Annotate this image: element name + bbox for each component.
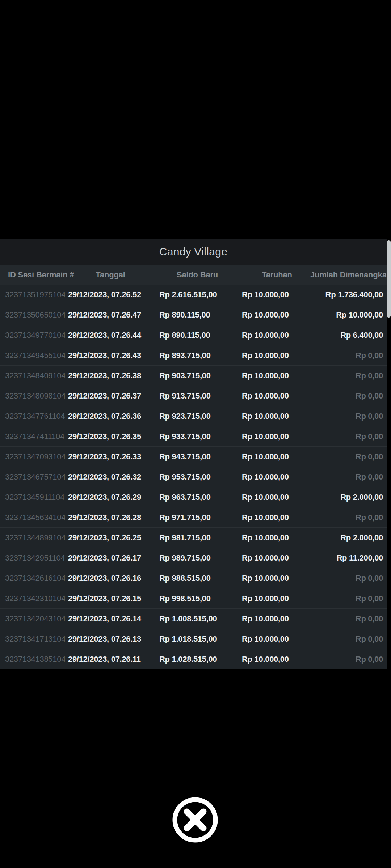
cell-new-balance: Rp 923.715,00 (156, 412, 239, 421)
cell-new-balance: Rp 971.715,00 (156, 513, 239, 522)
table-row: 32371344899104 29/12/2023, 07.26.25 Rp 9… (0, 527, 387, 548)
table-row: 32371342951104 29/12/2023, 07.26.17 Rp 9… (0, 548, 387, 568)
close-icon (170, 795, 220, 845)
cell-amount-won: Rp 0,00 (356, 432, 387, 441)
cell-session-id: 32371346757104 (0, 472, 65, 482)
cell-bet: Rp 10.000,00 (239, 472, 315, 482)
cell-bet: Rp 10.000,00 (239, 412, 315, 421)
table-row: 32371341713104 29/12/2023, 07.26.13 Rp 1… (0, 629, 387, 649)
table-row: 32371349455104 29/12/2023, 07.26.43 Rp 8… (0, 345, 387, 365)
cell-new-balance: Rp 989.715,00 (156, 553, 239, 563)
cell-session-id: 32371351975104 (0, 290, 65, 299)
cell-session-id: 32371345634104 (0, 513, 65, 522)
column-header-session-id: ID Sesi Bermain # (0, 270, 74, 280)
cell-new-balance: Rp 933.715,00 (156, 432, 239, 441)
cell-bet: Rp 10.000,00 (239, 371, 315, 380)
column-header-bet: Taruhan (262, 270, 292, 280)
table-row: 32371341385104 29/12/2023, 07.26.11 Rp 1… (0, 649, 387, 669)
cell-date: 29/12/2023, 07.26.16 (65, 574, 156, 583)
phone-screen: Candy Village ID Sesi Bermain # Tanggal … (0, 0, 391, 868)
cell-amount-won: Rp 0,00 (356, 371, 387, 380)
column-header-amount-won: Jumlah Dimenangkan (310, 270, 391, 280)
cell-date: 29/12/2023, 07.26.37 (65, 391, 156, 401)
table-row: 32371342043104 29/12/2023, 07.26.14 Rp 1… (0, 608, 387, 629)
cell-bet: Rp 10.000,00 (239, 493, 315, 502)
cell-bet: Rp 10.000,00 (239, 331, 315, 340)
cell-new-balance: Rp 943.715,00 (156, 452, 239, 461)
cell-amount-won: Rp 6.400,00 (340, 331, 387, 340)
cell-session-id: 32371350650104 (0, 310, 65, 320)
table-row: 32371342310104 29/12/2023, 07.26.15 Rp 9… (0, 588, 387, 608)
cell-new-balance: Rp 1.018.515,00 (156, 634, 239, 644)
table-row: 32371349770104 29/12/2023, 07.26.44 Rp 8… (0, 325, 387, 345)
cell-new-balance: Rp 998.515,00 (156, 594, 239, 603)
cell-date: 29/12/2023, 07.26.11 (65, 655, 156, 664)
cell-bet: Rp 10.000,00 (239, 634, 315, 644)
table-row: 32371346757104 29/12/2023, 07.26.32 Rp 9… (0, 467, 387, 487)
cell-bet: Rp 10.000,00 (239, 553, 315, 563)
cell-amount-won: Rp 0,00 (356, 391, 387, 401)
scrollbar-thumb[interactable] (387, 240, 391, 318)
cell-new-balance: Rp 988.515,00 (156, 574, 239, 583)
modal-title: Candy Village (159, 246, 227, 258)
cell-amount-won: Rp 0,00 (356, 412, 387, 421)
cell-session-id: 32371341713104 (0, 634, 65, 644)
cell-session-id: 32371349455104 (0, 351, 65, 360)
close-button[interactable] (170, 795, 220, 845)
cell-bet: Rp 10.000,00 (239, 533, 315, 542)
cell-new-balance: Rp 903.715,00 (156, 371, 239, 380)
table-header-row: ID Sesi Bermain # Tanggal Saldo Baru Tar… (0, 265, 387, 285)
cell-date: 29/12/2023, 07.26.38 (65, 371, 156, 380)
cell-bet: Rp 10.000,00 (239, 391, 315, 401)
cell-session-id: 32371347411104 (0, 432, 65, 441)
cell-new-balance: Rp 2.616.515,00 (156, 290, 239, 299)
table-row: 32371345911104 29/12/2023, 07.26.29 Rp 9… (0, 487, 387, 507)
table-row: 32371347411104 29/12/2023, 07.26.35 Rp 9… (0, 426, 387, 446)
cell-session-id: 32371341385104 (0, 655, 65, 664)
modal-title-bar: Candy Village (0, 239, 387, 265)
table-row: 32371350650104 29/12/2023, 07.26.47 Rp 8… (0, 305, 387, 325)
column-header-date: Tanggal (96, 270, 125, 280)
cell-bet: Rp 10.000,00 (239, 655, 315, 664)
cell-amount-won: Rp 0,00 (356, 452, 387, 461)
cell-date: 29/12/2023, 07.26.13 (65, 634, 156, 644)
cell-bet: Rp 10.000,00 (239, 614, 315, 624)
cell-session-id: 32371348098104 (0, 391, 65, 401)
cell-session-id: 32371347093104 (0, 452, 65, 461)
cell-date: 29/12/2023, 07.26.25 (65, 533, 156, 542)
cell-new-balance: Rp 913.715,00 (156, 391, 239, 401)
cell-bet: Rp 10.000,00 (239, 594, 315, 603)
cell-amount-won: Rp 0,00 (356, 634, 387, 644)
table-body-scroll-area[interactable]: 32371351975104 29/12/2023, 07.26.52 Rp 2… (0, 285, 387, 669)
cell-date: 29/12/2023, 07.26.44 (65, 331, 156, 340)
table-row: 32371345634104 29/12/2023, 07.26.28 Rp 9… (0, 507, 387, 527)
cell-bet: Rp 10.000,00 (239, 310, 315, 320)
cell-new-balance: Rp 981.715,00 (156, 533, 239, 542)
cell-bet: Rp 10.000,00 (239, 432, 315, 441)
cell-new-balance: Rp 953.715,00 (156, 472, 239, 482)
cell-amount-won: Rp 0,00 (356, 513, 387, 522)
cell-date: 29/12/2023, 07.26.32 (65, 472, 156, 482)
cell-amount-won: Rp 2.000,00 (340, 533, 387, 542)
cell-bet: Rp 10.000,00 (239, 351, 315, 360)
cell-date: 29/12/2023, 07.26.14 (65, 614, 156, 624)
cell-session-id: 32371344899104 (0, 533, 65, 542)
column-header-new-balance: Saldo Baru (177, 270, 218, 280)
cell-date: 29/12/2023, 07.26.52 (65, 290, 156, 299)
cell-amount-won: Rp 0,00 (356, 574, 387, 583)
cell-new-balance: Rp 890.115,00 (156, 310, 239, 320)
cell-date: 29/12/2023, 07.26.36 (65, 412, 156, 421)
cell-bet: Rp 10.000,00 (239, 574, 315, 583)
cell-date: 29/12/2023, 07.26.15 (65, 594, 156, 603)
cell-new-balance: Rp 1.008.515,00 (156, 614, 239, 624)
cell-amount-won: Rp 0,00 (356, 655, 387, 664)
cell-amount-won: Rp 0,00 (356, 351, 387, 360)
game-history-modal: Candy Village ID Sesi Bermain # Tanggal … (0, 239, 387, 669)
table-row: 32371342616104 29/12/2023, 07.26.16 Rp 9… (0, 568, 387, 588)
table-row: 32371348098104 29/12/2023, 07.26.37 Rp 9… (0, 386, 387, 406)
cell-amount-won: Rp 11.200,00 (337, 553, 387, 563)
cell-date: 29/12/2023, 07.26.29 (65, 493, 156, 502)
cell-amount-won: Rp 10.000,00 (336, 310, 387, 320)
cell-session-id: 32371347761104 (0, 412, 65, 421)
cell-date: 29/12/2023, 07.26.35 (65, 432, 156, 441)
